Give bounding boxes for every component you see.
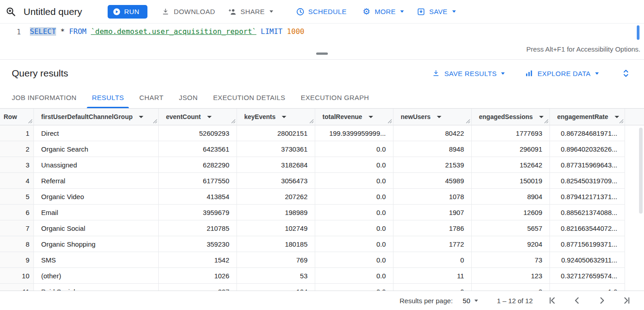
table-cell: SMS <box>34 252 159 268</box>
previous-page-button[interactable] <box>572 295 582 306</box>
save-button[interactable]: SAVE <box>417 7 456 16</box>
table-cell: 0.825450319709... <box>550 173 625 189</box>
tab-job-information[interactable]: JOB INFORMATION <box>4 87 84 108</box>
table-cell: 337 <box>159 284 237 291</box>
table-cell: Organic Video <box>34 189 159 205</box>
table-cell: 198989 <box>237 205 315 220</box>
sql-from-keyword: FROM <box>69 27 91 36</box>
column-resize-handle-icon[interactable] <box>544 119 549 124</box>
table-row: 6Email39596791989890.01907126090.8856213… <box>0 205 644 220</box>
schedule-button[interactable]: SCHEDULE <box>296 7 347 16</box>
tab-execution-graph[interactable]: EXECUTION GRAPH <box>293 87 377 108</box>
save-button-label: SAVE <box>429 8 448 15</box>
run-button[interactable]: RUN <box>108 5 148 19</box>
explore-data-label: EXPLORE DATA <box>537 70 591 77</box>
download-button[interactable]: DOWNLOAD <box>161 7 215 16</box>
sort-dropdown-icon[interactable] <box>615 116 619 118</box>
more-button-label: MORE <box>374 8 396 15</box>
column-resize-handle-icon[interactable] <box>231 119 236 124</box>
column-header-label: keyEvents <box>244 113 275 120</box>
tab-label: RESULTS <box>92 94 124 101</box>
tab-results[interactable]: RESULTS <box>84 87 132 108</box>
sort-dropdown-icon[interactable] <box>207 116 212 118</box>
column-header-keyEvents[interactable]: keyEvents <box>237 109 315 125</box>
save-results-label: SAVE RESULTS <box>444 70 497 77</box>
table-cell: Direct <box>34 125 159 141</box>
column-header-totalRevenue[interactable]: totalRevenue <box>315 109 393 125</box>
column-resize-handle-icon[interactable] <box>153 119 157 124</box>
table-cell: 12609 <box>472 205 550 220</box>
table-cell: 8 <box>472 284 550 291</box>
expand-results-icon[interactable] <box>620 68 631 79</box>
table-vertical-scrollbar[interactable] <box>639 128 643 214</box>
table-cell: 1777693 <box>472 125 550 141</box>
page-size-select[interactable]: 50 <box>463 297 478 305</box>
table-cell: 0.0 <box>315 236 393 252</box>
table-body: 1Direct5260929328002151199.9399959999...… <box>0 125 644 291</box>
share-button[interactable]: SHARE <box>228 7 273 16</box>
table-row: 7Organic Social2107851027490.0178656570.… <box>0 220 644 236</box>
table-cell: 102749 <box>237 220 315 236</box>
download-button-label: DOWNLOAD <box>174 8 215 15</box>
more-button[interactable]: ⚙ MORE <box>362 7 404 16</box>
column-header-firstUserDefaultChannelGroup[interactable]: firstUserDefaultChannelGroup <box>34 109 159 125</box>
table-cell: 150019 <box>472 173 550 189</box>
sort-dropdown-icon[interactable] <box>139 116 143 118</box>
first-page-button[interactable] <box>547 295 558 306</box>
table-cell: 0.879412171371... <box>550 189 625 205</box>
sort-dropdown-icon[interactable] <box>369 116 373 118</box>
run-button-label: RUN <box>124 8 140 15</box>
query-toolbar: Untitled query RUN DOWNLOAD SHARE SCHE <box>0 0 644 24</box>
tab-execution-details[interactable]: EXECUTION DETAILS <box>205 87 293 108</box>
pagination-bar: Results per page: 50 1 – 12 of 12 <box>0 291 644 310</box>
download-icon <box>161 7 170 16</box>
editor-scrollbar[interactable] <box>637 25 639 40</box>
column-header-newUsers[interactable]: newUsers <box>393 109 472 125</box>
sql-code-line[interactable]: SELECT * FROM `demo.demoset.user_acquisi… <box>30 27 304 36</box>
column-header-engagementRate[interactable]: engagementRate <box>550 109 625 125</box>
table-cell: 0.0 <box>315 268 393 284</box>
table-row: 4Referral617755030564730.0459891500190.8… <box>0 173 644 189</box>
sort-dropdown-icon[interactable] <box>282 116 286 118</box>
column-header-eventCount[interactable]: eventCount <box>159 109 237 125</box>
play-circle-icon <box>113 8 121 16</box>
panel-resize-handle[interactable] <box>316 52 328 55</box>
table-cell: 52609293 <box>159 125 237 141</box>
column-header-label: eventCount <box>166 113 201 120</box>
clock-icon <box>296 7 305 16</box>
bigquery-editor-window: Untitled query RUN DOWNLOAD SHARE SCHE <box>0 0 644 310</box>
table-cell: 0.877156199371... <box>550 236 625 252</box>
table-cell: 0.821663544072... <box>550 220 625 236</box>
column-header-engagedSessions[interactable]: engagedSessions <box>472 109 550 125</box>
table-cell: 0.877315969643... <box>550 157 625 173</box>
table-row: 9SMS15427690.00730.924050632911... <box>0 252 644 268</box>
column-resize-handle-icon[interactable] <box>309 119 314 124</box>
sort-dropdown-icon[interactable] <box>539 116 544 118</box>
row-number-cell: 3 <box>0 157 34 173</box>
tab-label: JSON <box>179 94 198 101</box>
results-table: RowfirstUserDefaultChannelGroupeventCoun… <box>0 109 644 291</box>
table-row: 2Organic Search642356137303610.089482960… <box>0 141 644 157</box>
tab-chart[interactable]: CHART <box>132 87 171 108</box>
tab-json[interactable]: JSON <box>171 87 206 108</box>
page-size-value: 50 <box>463 297 470 305</box>
next-page-button[interactable] <box>597 295 607 306</box>
column-resize-handle-icon[interactable] <box>28 119 33 124</box>
table-cell: 1078 <box>393 189 472 205</box>
sql-editor[interactable]: 1 SELECT * FROM `demo.demoset.user_acqui… <box>0 24 644 59</box>
more-dropdown-caret-icon <box>400 10 404 13</box>
column-resize-handle-icon[interactable] <box>388 119 392 124</box>
save-results-button[interactable]: SAVE RESULTS <box>431 69 505 78</box>
column-resize-handle-icon[interactable] <box>619 119 624 124</box>
row-number-cell: 7 <box>0 220 34 236</box>
sql-table-reference-link[interactable]: `demo.demoset.user_acquisition_report` <box>91 27 256 36</box>
row-number-cell: 9 <box>0 252 34 268</box>
table-cell: 8948 <box>393 141 472 157</box>
table-cell: 769 <box>237 252 315 268</box>
column-resize-handle-icon[interactable] <box>466 119 470 124</box>
last-page-button[interactable] <box>621 295 632 306</box>
table-cell: 11 <box>393 268 472 284</box>
explore-data-button[interactable]: EXPLORE DATA <box>525 69 599 78</box>
sort-dropdown-icon[interactable] <box>437 116 441 118</box>
table-header-row: RowfirstUserDefaultChannelGroupeventCoun… <box>0 109 644 125</box>
